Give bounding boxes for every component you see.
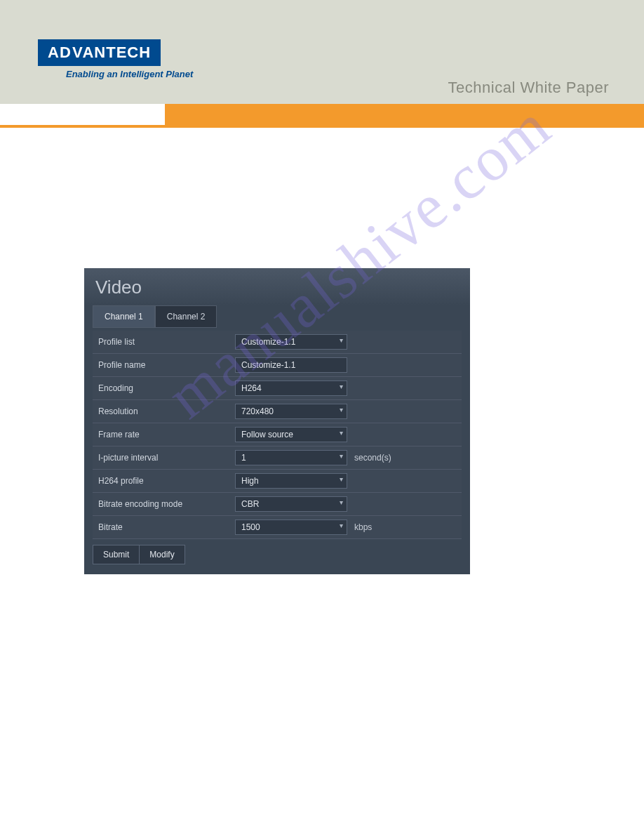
channel-tabs: Channel 1 Channel 2 [93, 305, 462, 328]
header-orange-bar [165, 104, 644, 125]
input-profile-name[interactable] [235, 357, 347, 373]
brand-logo-text: ADVANTECH [38, 39, 161, 66]
header-banner: ADVANTECH Enabling an Intelligent Planet… [0, 0, 644, 104]
row-profile-name: Profile name [93, 354, 462, 377]
select-h264-profile[interactable]: High [235, 473, 347, 489]
panel-title: Video [84, 268, 470, 305]
label-encoding: Encoding [98, 383, 235, 393]
row-encoding: Encoding H264 [93, 377, 462, 400]
tab-channel-2[interactable]: Channel 2 [155, 305, 217, 328]
label-resolution: Resolution [98, 406, 235, 416]
row-bitrate-encoding-mode: Bitrate encoding mode CBR [93, 493, 462, 516]
select-bitrate[interactable]: 1500 [235, 519, 347, 535]
row-resolution: Resolution 720x480 [93, 400, 462, 423]
label-profile-name: Profile name [98, 360, 235, 370]
label-frame-rate: Frame rate [98, 430, 235, 439]
label-profile-list: Profile list [98, 337, 235, 347]
label-h264-profile: H264 profile [98, 476, 235, 486]
select-encoding[interactable]: H264 [235, 380, 347, 396]
submit-button[interactable]: Submit [93, 545, 140, 564]
header-tab-blank [0, 104, 165, 125]
select-resolution[interactable]: 720x480 [235, 404, 347, 419]
row-h264-profile: H264 profile High [93, 470, 462, 493]
label-bitrate-encoding-mode: Bitrate encoding mode [98, 499, 235, 509]
header-divider [0, 104, 644, 125]
button-row: Submit Modify [93, 545, 462, 564]
suffix-kbps: kbps [354, 522, 372, 532]
suffix-seconds: second(s) [354, 453, 391, 463]
document-type: Technical White Paper [448, 79, 609, 97]
label-i-picture-interval: I-picture interval [98, 453, 235, 463]
select-i-picture-interval[interactable]: 1 [235, 450, 347, 465]
select-frame-rate[interactable]: Follow source [235, 427, 347, 442]
label-bitrate: Bitrate [98, 522, 235, 532]
header-orange-strip [0, 125, 644, 128]
select-bitrate-encoding-mode[interactable]: CBR [235, 496, 347, 512]
modify-button[interactable]: Modify [140, 545, 185, 564]
row-i-picture-interval: I-picture interval 1 second(s) [93, 446, 462, 470]
tab-channel-1[interactable]: Channel 1 [93, 305, 155, 328]
logo: ADVANTECH Enabling an Intelligent Planet [38, 39, 193, 79]
row-profile-list: Profile list Customize-1.1 [93, 331, 462, 354]
row-frame-rate: Frame rate Follow source [93, 423, 462, 446]
brand-tagline: Enabling an Intelligent Planet [38, 69, 193, 79]
select-profile-list[interactable]: Customize-1.1 [235, 334, 347, 350]
row-bitrate: Bitrate 1500 kbps [93, 516, 462, 539]
video-settings-panel: Video Channel 1 Channel 2 Profile list C… [84, 268, 470, 574]
